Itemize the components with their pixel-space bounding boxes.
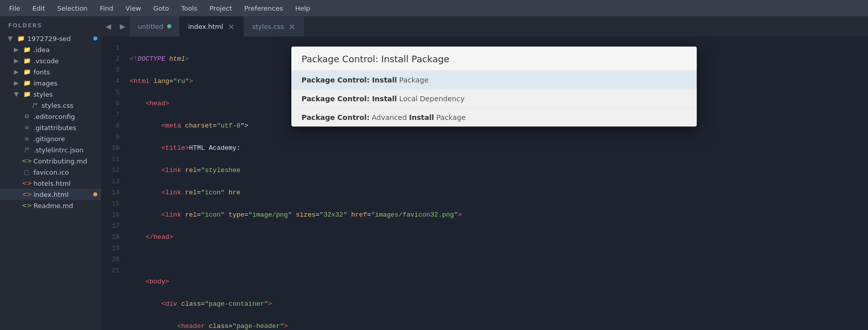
- folder-icon: 📁: [23, 46, 31, 54]
- sidebar-item-vscode[interactable]: ▶ 📁 .vscode: [0, 55, 101, 66]
- file-label: favicon.ico: [33, 169, 69, 176]
- file-label: index.html: [33, 191, 68, 198]
- tab-close-button[interactable]: ×: [227, 22, 235, 30]
- tab-close-button[interactable]: ×: [288, 22, 296, 30]
- menu-project[interactable]: Project: [204, 3, 237, 14]
- chevron-down-icon: ▼: [6, 34, 14, 43]
- popup-item-light2: Package: [434, 113, 466, 121]
- file-label: .gitignore: [33, 135, 65, 143]
- popup-title: Package Control: Install Package: [291, 47, 697, 71]
- tab-index-html[interactable]: index.html ×: [180, 16, 244, 36]
- chevron-right-icon: ▶: [12, 68, 20, 76]
- sidebar-item-styles-css[interactable]: /* styles.css: [0, 100, 101, 111]
- sidebar-header: FOLDERS: [0, 16, 101, 33]
- popup-item-light: Advanced: [369, 113, 409, 121]
- spacer-icon: [12, 146, 20, 154]
- sidebar-item-styles[interactable]: ▼ 📁 styles: [0, 89, 101, 100]
- tab-bar: ◀ ▶ untitled index.html × styles.css ×: [101, 16, 868, 36]
- sidebar-item-index-html[interactable]: <> index.html: [0, 189, 101, 200]
- md-file-icon: <>: [23, 201, 31, 210]
- git-file-icon: ≡: [23, 123, 31, 132]
- sidebar-item-images[interactable]: ▶ 📁 images: [0, 77, 101, 89]
- file-label: Contributing.md: [33, 157, 87, 165]
- file-label: .editorconfig: [33, 113, 75, 120]
- sidebar-item-favicon[interactable]: □ favicon.ico: [0, 167, 101, 178]
- popup-item-light: Package: [397, 76, 428, 84]
- chevron-right-icon: ▶: [12, 57, 20, 65]
- spacer-icon: [12, 157, 20, 165]
- sidebar-item-readme[interactable]: <> Readme.md: [0, 200, 101, 211]
- spacer-icon: [12, 179, 20, 187]
- tab-label: untitled: [138, 23, 163, 30]
- menu-preferences[interactable]: Preferences: [239, 3, 288, 14]
- tab-nav-prev[interactable]: ◀: [101, 16, 116, 36]
- html-file-icon: <>: [23, 190, 31, 198]
- sidebar-item-gitignore[interactable]: ≡ .gitignore: [0, 133, 101, 144]
- sidebar-item-idea[interactable]: ▶ 📁 .idea: [0, 44, 101, 55]
- spacer-icon: [12, 123, 20, 132]
- folder-label: .idea: [33, 46, 50, 54]
- json-file-icon: /*: [23, 146, 31, 154]
- tab-untitled[interactable]: untitled: [130, 16, 180, 36]
- popup-item-install-local[interactable]: Package Control: Install Local Dependenc…: [291, 90, 697, 108]
- popup-item-light: Local Dependency: [397, 95, 464, 103]
- line-numbers: 12345 678910 1112131415 1617181920 21: [101, 36, 126, 330]
- cfg-file-icon: ⚙: [23, 112, 31, 120]
- tab-styles-css[interactable]: styles.css ×: [244, 16, 305, 36]
- folder-label: fonts: [33, 68, 50, 76]
- folder-label: images: [33, 79, 57, 87]
- folder-icon: 📁: [23, 68, 31, 76]
- sidebar-item-editorconfig[interactable]: ⚙ .editorconfig: [0, 111, 101, 122]
- git-file-icon: ≡: [23, 135, 31, 143]
- modified-dot: [93, 192, 97, 196]
- tab-label: index.html: [188, 23, 223, 30]
- sidebar: FOLDERS ▼ 📁 1972729-sed ▶ 📁 .idea ▶ 📁 .v…: [0, 16, 101, 330]
- popup-item-advanced-install[interactable]: Package Control: Advanced Install Packag…: [291, 108, 697, 127]
- file-label: Readme.md: [33, 202, 73, 210]
- folder-label: .vscode: [33, 57, 59, 65]
- tab-dot: [167, 24, 171, 28]
- sidebar-item-stylelintrc[interactable]: /* .stylelintrc.json: [0, 144, 101, 155]
- menu-help[interactable]: Help: [290, 3, 315, 14]
- folder-icon: 📁: [23, 57, 31, 65]
- md-file-icon: <>: [23, 157, 31, 165]
- menu-view[interactable]: View: [121, 3, 146, 14]
- sidebar-item-fonts[interactable]: ▶ 📁 fonts: [0, 66, 101, 77]
- menu-file[interactable]: File: [4, 3, 25, 14]
- ico-file-icon: □: [23, 168, 31, 176]
- spacer-icon: [12, 201, 20, 210]
- tab-label: styles.css: [252, 23, 284, 30]
- package-control-popup: Package Control: Install Package Package…: [291, 47, 697, 127]
- editor-area: ◀ ▶ untitled index.html × styles.css × 1…: [101, 16, 868, 330]
- menu-goto[interactable]: Goto: [148, 3, 174, 14]
- chevron-right-icon: ▶: [12, 79, 20, 87]
- css-file-icon: /*: [31, 101, 39, 109]
- file-label: .gitattributes: [33, 124, 77, 132]
- spacer-icon: [12, 135, 20, 143]
- spacer-icon: [12, 190, 20, 198]
- sidebar-item-gitattributes[interactable]: ≡ .gitattributes: [0, 122, 101, 133]
- file-label: .stylelintrc.json: [33, 146, 84, 154]
- popup-item-bold2: Install: [409, 113, 434, 121]
- modified-dot: [93, 36, 97, 40]
- main-layout: FOLDERS ▼ 📁 1972729-sed ▶ 📁 .idea ▶ 📁 .v…: [0, 16, 868, 330]
- root-folder-label: 1972729-sed: [27, 35, 71, 43]
- chevron-down-icon: ▼: [12, 90, 20, 98]
- menu-selection[interactable]: Selection: [52, 3, 93, 14]
- file-label: styles.css: [42, 102, 73, 109]
- menu-tools[interactable]: Tools: [176, 3, 202, 14]
- folder-label: styles: [33, 91, 53, 98]
- sidebar-item-hotels-html[interactable]: <> hotels.html: [0, 178, 101, 189]
- folder-icon: 📁: [17, 34, 25, 43]
- spacer-icon: [20, 101, 28, 109]
- sidebar-item-contributing[interactable]: <> Contributing.md: [0, 155, 101, 167]
- html-file-icon: <>: [23, 179, 31, 187]
- folder-icon: 📁: [23, 79, 31, 87]
- menu-find[interactable]: Find: [95, 3, 119, 14]
- popup-item-install-package[interactable]: Package Control: Install Package: [291, 71, 697, 90]
- menu-bar: File Edit Selection Find View Goto Tools…: [0, 0, 868, 16]
- folder-icon: 📁: [23, 90, 31, 98]
- menu-edit[interactable]: Edit: [27, 3, 50, 14]
- tab-nav-next[interactable]: ▶: [116, 16, 130, 36]
- sidebar-root-folder[interactable]: ▼ 📁 1972729-sed: [0, 33, 101, 44]
